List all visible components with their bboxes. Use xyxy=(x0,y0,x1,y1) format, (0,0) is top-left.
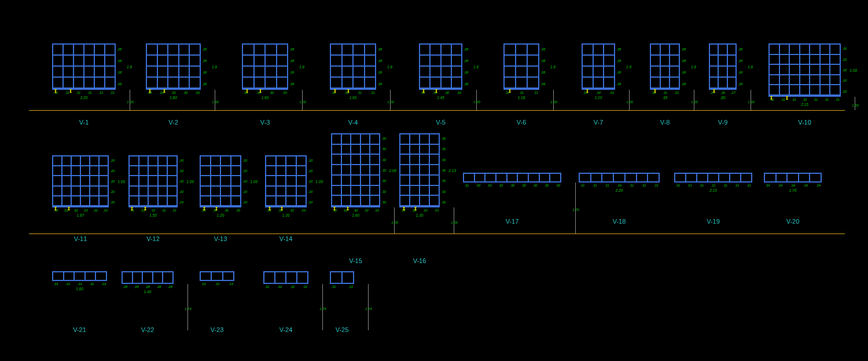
window-label: V-24 xyxy=(257,326,315,333)
window-grid xyxy=(650,43,680,90)
window-v-19: .31.31.31.31.31.31.312.15V-19 xyxy=(674,155,752,192)
baseline-row1 xyxy=(29,110,845,111)
sill-height: 1.00 xyxy=(847,104,864,107)
window-v-16: .30.30.30.30.30.30.302.101.00.33.32.32.3… xyxy=(399,155,440,217)
window-grid xyxy=(709,43,737,90)
total-width: 1.10 xyxy=(582,96,615,100)
window-grid xyxy=(200,271,234,281)
window-grid xyxy=(52,43,116,90)
window-v-24: 1.74.32.32.32.32V-24 xyxy=(263,271,308,289)
horizontal-dimensions: .30.30.30.30 xyxy=(200,209,241,212)
total-width: 2.15 xyxy=(674,188,752,192)
window-label: V-11 xyxy=(52,235,109,242)
window-grid xyxy=(330,271,354,284)
window-label: V-21 xyxy=(51,326,109,333)
window-label: V-3 xyxy=(236,119,294,126)
sill-height: 1.00 xyxy=(545,100,562,104)
horizontal-dimensions: .31.30.30.32.30.30.30.30.30 xyxy=(463,184,561,187)
total-width: 1.55 xyxy=(128,213,178,217)
total-height: 1.00 xyxy=(186,180,194,184)
window-v-10: .20.20.20.20.201.001.00.31.31.31.31.31.3… xyxy=(768,43,841,107)
total-width: .95 xyxy=(650,96,680,100)
window-grid xyxy=(122,271,174,284)
window-v-5: .28.28.28.281.91.00.30.30.30.301.45V-5 xyxy=(419,43,462,100)
window-label: V-8 xyxy=(636,119,694,126)
window-v-7: .28.28.28.281.91.00.33.34.331.10V-7 xyxy=(582,43,615,100)
window-v-22: 1.74.28.28.28.28.281.40V-22 xyxy=(122,271,174,294)
total-height: 1.9 xyxy=(387,65,392,69)
horizontal-dimensions: .31.31.31.31.31 xyxy=(128,209,178,212)
window-label: V-10 xyxy=(776,119,834,126)
window-label: V-13 xyxy=(192,235,249,242)
window-grid xyxy=(265,155,307,207)
window-label: V-22 xyxy=(119,326,176,333)
window-v-2: .28.28.28.281.91.00.30.30.30.30.301.80V-… xyxy=(146,43,201,100)
window-grid xyxy=(674,173,752,183)
window-v-1: .28.28.28.281.91.00.31.31.31.31.31.312.2… xyxy=(52,43,116,100)
window-grid xyxy=(200,155,241,207)
sill-height: 1.74 xyxy=(360,307,377,311)
total-height: 1.9 xyxy=(473,65,479,69)
window-label: V-25 xyxy=(313,326,371,333)
horizontal-dimensions: .33.32.32.33 xyxy=(265,209,307,212)
window-grid xyxy=(764,173,822,183)
window-grid xyxy=(579,173,660,183)
total-width: 1.30 xyxy=(265,213,307,217)
window-label: V-5 xyxy=(412,119,470,126)
window-label: V-12 xyxy=(124,235,182,242)
sill-height: 1.74 xyxy=(314,307,332,311)
window-grid xyxy=(330,43,376,90)
total-height: 1.00 xyxy=(315,180,323,184)
horizontal-dimensions: .30.30.30.30 xyxy=(242,91,288,94)
window-v-21: .33.32.33.32.331.60V-21 xyxy=(52,271,107,291)
window-grid xyxy=(503,43,539,90)
total-width: 2.15 xyxy=(768,103,841,107)
window-v-11: .20.20.20.20.201.00.32.32.32.32.32.321.8… xyxy=(52,155,109,217)
total-width: 1.40 xyxy=(122,290,174,294)
sill-height: 1.00 xyxy=(386,221,403,224)
window-label: V-18 xyxy=(590,218,648,225)
window-v-12: .20.20.20.20.201.00.31.31.31.31.311.55V-… xyxy=(128,155,178,217)
total-width: 1.45 xyxy=(419,96,462,100)
horizontal-dimensions: .33.32.32.33 xyxy=(399,209,440,212)
window-v-4: .28.28.28.281.91.00.31.31.31.311.60V-4 xyxy=(330,43,376,100)
total-width: 1.87 xyxy=(52,213,109,217)
total-width: 1.18 xyxy=(503,96,539,100)
horizontal-dimensions: .32.32.32.32.32.32 xyxy=(52,209,109,212)
total-height: 1.9 xyxy=(550,65,556,69)
total-width: 1.30 xyxy=(399,213,440,217)
sill-height: 1.00 xyxy=(468,100,486,104)
window-label: V-23 xyxy=(188,326,246,333)
total-height: 1.00 xyxy=(250,180,258,184)
window-v-20: .34.34.34.34.341.70V-20 xyxy=(764,155,822,192)
window-v-17: 1.76.31.30.30.32.30.30.30.30.30V-17 xyxy=(463,155,561,187)
horizontal-dimensions: .31.31.31.34.31.31.31 xyxy=(579,184,660,187)
total-height: 1.9 xyxy=(212,65,217,69)
window-v-15: .30.30.30.30.30.30.302.061.00.32.32.32.3… xyxy=(331,155,380,217)
sill-height: 1.00 xyxy=(382,100,399,104)
sill-height: 1.00 xyxy=(686,100,703,104)
window-grid xyxy=(463,173,561,183)
window-grid xyxy=(52,155,109,207)
horizontal-dimensions: .31.31.31.31 xyxy=(330,91,376,94)
window-v-25: 1.74.32.32V-25 xyxy=(330,271,354,289)
total-height: 1.9 xyxy=(127,65,132,69)
total-width: 1.60 xyxy=(52,287,107,291)
window-v-14: .20.20.20.20.201.00.33.32.32.331.30V-14 xyxy=(265,155,307,217)
sill-height: 1.00 xyxy=(621,100,638,104)
window-grid xyxy=(768,43,841,97)
sill-height: 1.00 xyxy=(122,100,139,104)
total-width: 1.60 xyxy=(330,96,376,100)
sill-height: 1.74 xyxy=(179,307,197,311)
horizontal-dimensions: .30.30.30.30 xyxy=(419,91,462,94)
window-grid xyxy=(582,43,615,90)
window-v-6: .28.28.28.281.91.00.31.31.311.18V-6 xyxy=(503,43,539,100)
sill-height: 1.00 xyxy=(446,221,463,224)
horizontal-dimensions: .30.30.30.30.30 xyxy=(146,91,201,94)
total-height: 1.9 xyxy=(691,65,696,69)
window-label: V-2 xyxy=(145,119,203,126)
window-grid xyxy=(242,43,288,90)
horizontal-dimensions: .34.34.34.34.34 xyxy=(764,184,822,187)
total-width: 1.60 xyxy=(331,213,380,217)
total-height: 2.10 xyxy=(448,169,456,173)
